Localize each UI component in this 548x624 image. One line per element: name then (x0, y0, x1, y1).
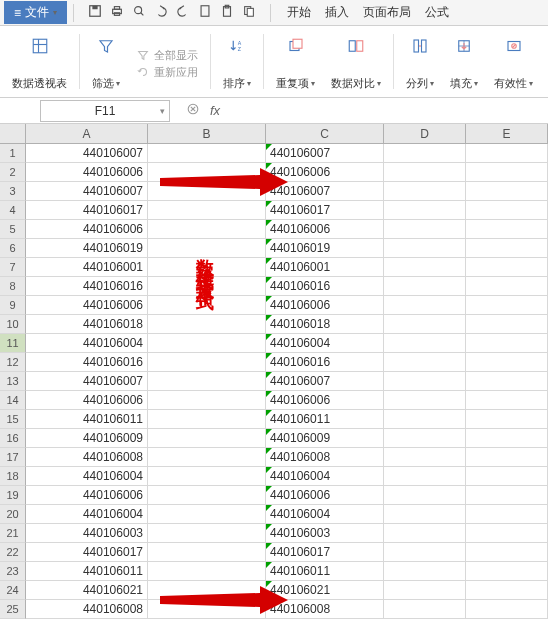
fx-icon[interactable]: fx (210, 103, 220, 118)
cell[interactable]: 440106003 (26, 524, 148, 543)
cell[interactable]: 440106003 (266, 524, 384, 543)
filter-button[interactable]: 筛选▾ (86, 30, 126, 93)
cell[interactable] (148, 410, 266, 429)
row-header[interactable]: 18 (0, 467, 26, 486)
reapply-button[interactable]: 重新应用 (136, 65, 198, 80)
cell[interactable] (466, 486, 548, 505)
cell[interactable] (148, 296, 266, 315)
row-header[interactable]: 20 (0, 505, 26, 524)
cell[interactable] (384, 201, 466, 220)
cell[interactable] (384, 505, 466, 524)
row-header[interactable]: 7 (0, 258, 26, 277)
name-box[interactable]: F11 ▾ (40, 100, 170, 122)
cell[interactable]: 440106006 (266, 391, 384, 410)
cancel-icon[interactable] (186, 102, 200, 119)
cell[interactable] (466, 429, 548, 448)
cell[interactable]: 440106017 (26, 543, 148, 562)
cell[interactable]: 440106017 (266, 543, 384, 562)
tab-start[interactable]: 开始 (287, 4, 311, 21)
cell[interactable] (384, 543, 466, 562)
cell[interactable]: 440106006 (26, 391, 148, 410)
cell[interactable] (148, 258, 266, 277)
row-header[interactable]: 5 (0, 220, 26, 239)
cell[interactable]: 440106008 (266, 600, 384, 619)
col-header-D[interactable]: D (384, 124, 466, 143)
cell[interactable] (466, 524, 548, 543)
undo-icon[interactable] (154, 4, 168, 21)
cell[interactable]: 440106006 (266, 220, 384, 239)
cell[interactable] (384, 581, 466, 600)
row-header[interactable]: 11 (0, 334, 26, 353)
cell[interactable]: 440106006 (266, 163, 384, 182)
col-header-C[interactable]: C (266, 124, 384, 143)
cell[interactable] (384, 600, 466, 619)
row-header[interactable]: 9 (0, 296, 26, 315)
cell[interactable]: 440106017 (26, 201, 148, 220)
print-icon[interactable] (110, 4, 124, 21)
cell[interactable] (466, 372, 548, 391)
cell[interactable] (466, 315, 548, 334)
cell[interactable] (384, 296, 466, 315)
row-header[interactable]: 14 (0, 391, 26, 410)
cell[interactable] (466, 201, 548, 220)
cell[interactable] (148, 562, 266, 581)
cell[interactable] (466, 182, 548, 201)
new-icon[interactable] (198, 4, 212, 21)
row-header[interactable]: 4 (0, 201, 26, 220)
row-header[interactable]: 10 (0, 315, 26, 334)
cell[interactable] (466, 144, 548, 163)
cell[interactable]: 440106007 (26, 182, 148, 201)
cell[interactable]: 440106006 (266, 486, 384, 505)
cell[interactable]: 440106009 (266, 429, 384, 448)
row-header[interactable]: 3 (0, 182, 26, 201)
cell[interactable]: 440106018 (26, 315, 148, 334)
cell[interactable] (466, 163, 548, 182)
cell[interactable]: 440106006 (266, 296, 384, 315)
validate-button[interactable]: 有效性▾ (488, 30, 539, 93)
cell[interactable]: 440106019 (266, 239, 384, 258)
cell[interactable] (148, 239, 266, 258)
cell[interactable]: 440106011 (266, 562, 384, 581)
tab-pagelayout[interactable]: 页面布局 (363, 4, 411, 21)
cell[interactable]: 440106009 (26, 429, 148, 448)
cell[interactable]: 440106004 (26, 467, 148, 486)
cell[interactable] (466, 391, 548, 410)
cell[interactable] (466, 581, 548, 600)
cell[interactable] (466, 448, 548, 467)
show-all-button[interactable]: 全部显示 (136, 48, 198, 63)
col-header-E[interactable]: E (466, 124, 548, 143)
cell[interactable]: 440106004 (266, 467, 384, 486)
cell[interactable]: 440106004 (26, 505, 148, 524)
cell[interactable] (148, 201, 266, 220)
cell[interactable]: 440106006 (26, 220, 148, 239)
cell[interactable]: 440106008 (26, 600, 148, 619)
cell[interactable] (466, 220, 548, 239)
row-header[interactable]: 25 (0, 600, 26, 619)
row-header[interactable]: 1 (0, 144, 26, 163)
cell[interactable]: 440106019 (26, 239, 148, 258)
cell[interactable]: 440106016 (26, 353, 148, 372)
cell[interactable] (148, 486, 266, 505)
cell[interactable] (384, 144, 466, 163)
cell[interactable] (384, 163, 466, 182)
cell[interactable] (384, 239, 466, 258)
cell[interactable] (148, 163, 266, 182)
cell[interactable]: 440106008 (266, 448, 384, 467)
cell[interactable]: 440106011 (266, 410, 384, 429)
cell[interactable]: 440106008 (26, 448, 148, 467)
row-header[interactable]: 22 (0, 543, 26, 562)
cell[interactable]: 440106018 (266, 315, 384, 334)
cell[interactable] (466, 543, 548, 562)
row-header[interactable]: 21 (0, 524, 26, 543)
preview-icon[interactable] (132, 4, 146, 21)
clipboard-icon[interactable] (220, 4, 234, 21)
compare-button[interactable]: 数据对比▾ (325, 30, 387, 93)
cell[interactable] (466, 334, 548, 353)
row-header[interactable]: 17 (0, 448, 26, 467)
cell[interactable]: 440106006 (26, 296, 148, 315)
cell[interactable]: 440106011 (26, 410, 148, 429)
row-header[interactable]: 13 (0, 372, 26, 391)
col-header-B[interactable]: B (148, 124, 266, 143)
cell[interactable] (148, 182, 266, 201)
cell[interactable]: 440106007 (26, 144, 148, 163)
